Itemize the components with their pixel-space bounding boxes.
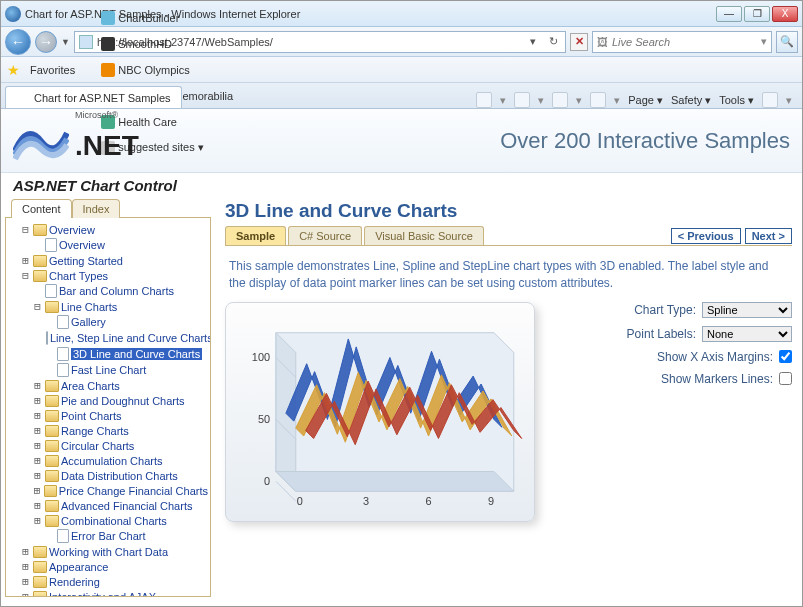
expand-icon[interactable]: ⊞: [32, 469, 43, 482]
tree-node[interactable]: ⊞Getting Started: [8, 253, 208, 268]
forward-button[interactable]: →: [35, 31, 57, 53]
tree-node[interactable]: ⊞Circular Charts: [8, 438, 208, 453]
source-tabs: Sample C# Source Visual Basic Source < P…: [225, 226, 792, 246]
expand-icon[interactable]: ⊞: [20, 560, 31, 573]
expand-icon[interactable]: ⊞: [32, 439, 43, 452]
tab-title: Chart for ASP.NET Samples: [34, 92, 171, 104]
tab-index[interactable]: Index: [72, 199, 121, 218]
nav-tree[interactable]: ⊟OverviewOverview⊞Getting Started⊟Chart …: [5, 217, 211, 597]
folder-icon: [33, 270, 47, 282]
tree-node[interactable]: ⊞Range Charts: [8, 423, 208, 438]
markers-checkbox[interactable]: [779, 372, 792, 385]
tree-node[interactable]: Overview: [8, 237, 208, 253]
search-field-wrap[interactable]: 🖼 ▾: [592, 31, 772, 53]
expand-icon[interactable]: ⊞: [32, 424, 43, 437]
page-content: Microsoft® .NET Over 200 Interactive Sam…: [1, 109, 802, 606]
expand-icon[interactable]: ⊞: [32, 499, 43, 512]
tree-label: Error Bar Chart: [71, 530, 146, 542]
tab-sample[interactable]: Sample: [225, 226, 286, 245]
browser-tab[interactable]: Chart for ASP.NET Samples: [5, 86, 182, 108]
favorite-label: NBC Olympics: [118, 64, 190, 76]
tree-node[interactable]: Line, Step Line and Curve Charts: [8, 330, 208, 346]
tree-node[interactable]: 3D Line and Curve Charts: [8, 346, 208, 362]
expand-icon[interactable]: ⊟: [20, 223, 31, 236]
tree-node[interactable]: Fast Line Chart: [8, 362, 208, 378]
tree-node[interactable]: ⊞Interactivity and AJAX: [8, 589, 208, 597]
expand-icon[interactable]: ⊞: [32, 454, 43, 467]
expand-icon[interactable]: ⊞: [20, 545, 31, 558]
expand-icon[interactable]: ⊞: [32, 379, 43, 392]
xmargins-label: Show X Axis Margins:: [657, 350, 773, 364]
home-icon[interactable]: [476, 92, 492, 108]
search-input[interactable]: [612, 36, 757, 48]
favorites-label[interactable]: Favorites: [30, 64, 75, 76]
close-button[interactable]: X: [772, 6, 798, 22]
expand-icon[interactable]: ⊟: [32, 300, 43, 313]
expand-icon[interactable]: ⊞: [20, 254, 31, 267]
maximize-button[interactable]: ❐: [744, 6, 770, 22]
tree-node[interactable]: ⊟Chart Types: [8, 268, 208, 283]
folder-icon: [33, 546, 47, 558]
favorites-star-icon[interactable]: ★: [7, 62, 20, 78]
tab-vb[interactable]: Visual Basic Source: [364, 226, 484, 245]
expand-icon[interactable]: ⊞: [20, 590, 31, 597]
tree-node[interactable]: ⊞Combinational Charts: [8, 513, 208, 528]
command-bar: ▾ ▾ ▾ ▾ Page ▾ Safety ▾ Tools ▾ ▾: [476, 92, 798, 108]
tab-content[interactable]: Content: [11, 199, 72, 218]
expand-icon[interactable]: ⊞: [20, 575, 31, 588]
tree-node[interactable]: ⊞Working with Chart Data: [8, 544, 208, 559]
tree-node[interactable]: Gallery: [8, 314, 208, 330]
help-icon[interactable]: [762, 92, 778, 108]
tree-label: Getting Started: [49, 255, 123, 267]
search-dropdown[interactable]: ▾: [761, 35, 767, 48]
safety-menu[interactable]: Safety ▾: [671, 94, 711, 107]
tree-node[interactable]: Bar and Column Charts: [8, 283, 208, 299]
tree-node[interactable]: ⊞Appearance: [8, 559, 208, 574]
expand-icon[interactable]: ⊞: [32, 409, 43, 422]
history-dropdown[interactable]: ▼: [61, 37, 70, 47]
tab-csharp[interactable]: C# Source: [288, 226, 362, 245]
tree-node[interactable]: ⊟Line Charts: [8, 299, 208, 314]
folder-icon: [45, 425, 59, 437]
tree-node[interactable]: Error Bar Chart: [8, 528, 208, 544]
expand-icon[interactable]: ⊞: [32, 514, 43, 527]
tree-node[interactable]: ⊞Area Charts: [8, 378, 208, 393]
refresh-button[interactable]: ↻: [545, 35, 561, 48]
search-go-button[interactable]: 🔍: [776, 31, 798, 53]
favorite-link[interactable]: ChartBuilder: [101, 11, 240, 25]
next-button[interactable]: Next >: [745, 228, 792, 244]
page-menu[interactable]: Page ▾: [628, 94, 663, 107]
minimize-button[interactable]: —: [716, 6, 742, 22]
feeds-icon[interactable]: [514, 92, 530, 108]
tree-node[interactable]: ⊟Overview: [8, 222, 208, 237]
tree-label: Working with Chart Data: [49, 546, 168, 558]
tree-node[interactable]: ⊞Accumulation Charts: [8, 453, 208, 468]
expand-icon[interactable]: ⊞: [32, 394, 43, 407]
tree-node[interactable]: ⊞Data Distribution Charts: [8, 468, 208, 483]
stop-button[interactable]: ✕: [570, 33, 588, 51]
tree-node[interactable]: ⊞Price Change Financial Charts: [8, 483, 208, 498]
expand-icon[interactable]: ⊟: [20, 269, 31, 282]
xmargins-checkbox[interactable]: [779, 350, 792, 363]
tree-label: Interactivity and AJAX: [49, 591, 156, 598]
favorite-link[interactable]: SmoothHD: [101, 37, 240, 51]
tree-node[interactable]: ⊞Point Charts: [8, 408, 208, 423]
prev-button[interactable]: < Previous: [671, 228, 741, 244]
tree-node[interactable]: ⊞Advanced Financial Charts: [8, 498, 208, 513]
expand-icon[interactable]: ⊞: [32, 484, 42, 497]
chart-type-select[interactable]: Spline: [702, 302, 792, 318]
mail-icon[interactable]: [552, 92, 568, 108]
print-icon[interactable]: [590, 92, 606, 108]
point-labels-label: Point Labels:: [627, 327, 696, 341]
tree-node[interactable]: ⊞Rendering: [8, 574, 208, 589]
favorite-link[interactable]: NBC Olympics: [101, 63, 240, 77]
folder-icon: [45, 500, 59, 512]
folder-icon: [45, 470, 59, 482]
back-button[interactable]: ←: [5, 29, 31, 55]
url-dropdown[interactable]: ▾: [525, 35, 541, 48]
tree-node[interactable]: ⊞Pie and Doughnut Charts: [8, 393, 208, 408]
tools-menu[interactable]: Tools ▾: [719, 94, 754, 107]
point-labels-select[interactable]: None: [702, 326, 792, 342]
favorite-icon: [101, 37, 115, 51]
svg-text:0: 0: [297, 495, 303, 507]
